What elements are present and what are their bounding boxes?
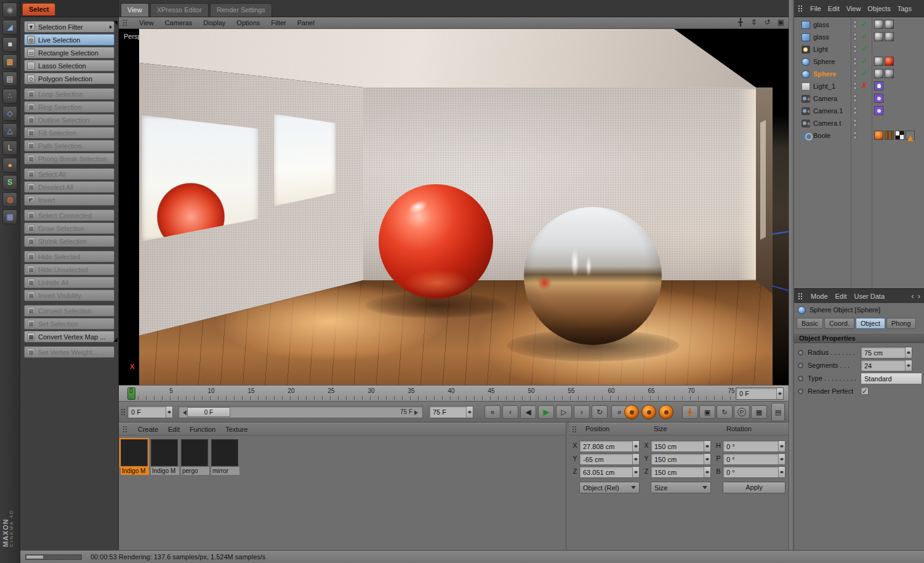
checker-texture-tag[interactable] [895, 131, 904, 140]
enabled-check-icon[interactable] [861, 57, 867, 65]
object-row-light[interactable]: Light [794, 43, 924, 55]
size-y-field[interactable]: 150 cm [651, 453, 711, 465]
grid-icon[interactable]: ▦ [2, 209, 17, 224]
range-end-field[interactable]: 75 F [429, 406, 473, 418]
spinner-arrows-icon[interactable] [905, 360, 912, 371]
material-tag[interactable] [874, 131, 883, 140]
menu-cameras[interactable]: Cameras [165, 19, 193, 26]
slider-left-arrow-icon[interactable] [180, 410, 187, 415]
paint-icon[interactable]: ◍ [2, 192, 17, 207]
make-editable-icon[interactable]: ◢ [2, 20, 17, 34]
frame-slider-thumb[interactable]: 0 F [187, 407, 230, 417]
material-indigo-2[interactable]: Indigo M [151, 439, 179, 475]
tab-object[interactable]: Object [856, 318, 885, 329]
size-z-field[interactable]: 150 cm [651, 466, 711, 478]
menu-panel[interactable]: Panel [297, 19, 315, 26]
select-item-invert-visibility[interactable]: ▦Invert Visibility [24, 290, 114, 301]
radius-field[interactable]: 75 cm [861, 347, 912, 358]
menu-view[interactable]: View [846, 5, 861, 12]
edges-mode-icon[interactable]: ◇ [2, 106, 17, 121]
prev-key-button[interactable]: ‹ [502, 405, 518, 419]
menu-texture[interactable]: Texture [225, 426, 247, 433]
history-forward-icon[interactable]: › [918, 291, 920, 301]
menu-view[interactable]: View [139, 19, 154, 26]
solo-mode-icon[interactable]: ● [2, 158, 17, 172]
autokey-button[interactable] [641, 405, 656, 419]
record-button[interactable] [624, 405, 639, 419]
object-row-camera-t[interactable]: Camera.t [794, 117, 924, 129]
visibility-dots[interactable] [853, 70, 857, 78]
slider-right-arrow-icon[interactable] [414, 410, 420, 415]
loop-button[interactable]: ↻ [592, 405, 608, 419]
keyframe-selection-button[interactable] [659, 405, 673, 419]
select-item-rectangle-selection[interactable]: ▭Rectangle Selection [24, 47, 114, 59]
polygons-mode-icon[interactable]: △ [2, 123, 17, 138]
workplane-mode-icon[interactable]: ▤ [2, 71, 17, 86]
visibility-dots[interactable] [853, 94, 857, 102]
select-item-invert[interactable]: ◩Invert [24, 194, 114, 206]
select-item-polygon-selection[interactable]: ◇Polygon Selection [24, 73, 114, 84]
goto-start-button[interactable]: « [484, 405, 500, 419]
select-item-deselect-all[interactable]: ▦Deselect All [24, 181, 114, 193]
spinner-arrows-icon[interactable] [632, 467, 639, 477]
spinner-arrows-icon[interactable] [905, 347, 912, 358]
menu-edit[interactable]: Edit [168, 426, 180, 433]
select-item-phong-break-selection[interactable]: ▦Phong Break Selection [24, 153, 114, 164]
keyframe-dot-icon[interactable] [798, 376, 803, 381]
play-button[interactable]: ▶ [538, 405, 554, 419]
scroll-up-indicator[interactable] [113, 21, 118, 25]
panel-handle-icon[interactable] [123, 19, 128, 26]
render-perfect-checkbox[interactable] [861, 387, 869, 395]
record-pla-toggle[interactable]: ▦ [751, 405, 767, 419]
object-row-camera[interactable]: Camera [794, 92, 924, 105]
select-item-grow-selection[interactable]: ▦Grow Selection [24, 222, 114, 234]
menu-mode[interactable]: Mode [811, 293, 828, 300]
dolly-view-icon[interactable]: ⇕ [749, 18, 758, 26]
spinner-arrows-icon[interactable] [466, 407, 473, 418]
history-back-icon[interactable]: ‹ [911, 291, 914, 301]
panel-handle-icon[interactable] [572, 426, 577, 433]
object-row-glass-2[interactable]: glass [794, 31, 924, 43]
pan-view-icon[interactable]: ╋ [736, 18, 745, 26]
next-frame-button[interactable]: ▷ [556, 405, 572, 419]
texture-tag[interactable] [885, 32, 894, 41]
visibility-dots[interactable] [853, 33, 857, 41]
select-item-shrink-selection[interactable]: ▦Shrink Selection [24, 235, 114, 247]
object-properties-header[interactable]: Object Properties [794, 333, 924, 343]
camera-tag[interactable] [874, 106, 883, 115]
model-mode-icon[interactable]: ■ [2, 37, 17, 52]
tab-xpresso-editor[interactable]: XPresso Editor [150, 3, 209, 17]
light-tag[interactable] [874, 81, 883, 91]
vertical-splitter[interactable] [789, 0, 794, 550]
texture-mode-icon[interactable]: ▩ [2, 54, 17, 69]
texture-tag[interactable] [885, 57, 894, 66]
object-row-boole[interactable]: Boole [794, 129, 924, 142]
select-item-set-vertex-weight[interactable]: ▦Set Vertex Weight... [24, 346, 114, 358]
toggle-view-icon[interactable]: ▣ [776, 18, 785, 26]
type-dropdown[interactable]: Standard [861, 373, 922, 384]
visibility-dots[interactable] [853, 82, 857, 90]
menu-tags[interactable]: Tags [898, 5, 912, 12]
menu-function[interactable]: Function [190, 426, 215, 433]
timeline-ruler[interactable]: 0 5 10 15 20 25 30 35 40 45 50 55 60 65 … [119, 385, 789, 402]
tab-basic[interactable]: Basic [797, 318, 823, 329]
object-row-camera-1[interactable]: Camera.1 [794, 105, 924, 117]
select-item-loop-selection[interactable]: ▦Loop Selection [24, 88, 114, 100]
select-item-hide-selected[interactable]: ▦Hide Selected [24, 251, 114, 262]
rotate-view-icon[interactable]: ↺ [763, 18, 772, 26]
next-key-button[interactable]: › [574, 405, 590, 419]
spinner-arrows-icon[interactable] [632, 454, 639, 464]
keyframe-dot-icon[interactable] [798, 363, 803, 368]
red-sphere[interactable] [379, 184, 493, 299]
select-item-convert-selection[interactable]: ▦Convert Selection [24, 305, 114, 317]
panel-handle-icon[interactable] [123, 426, 128, 433]
rot-b-field[interactable]: 0 ° [723, 466, 785, 478]
select-item-select-all[interactable]: ▦Select All [24, 168, 114, 180]
spinner-arrows-icon[interactable] [632, 441, 639, 452]
rot-h-field[interactable]: 0 ° [723, 440, 785, 452]
viewport[interactable]: Persp X [119, 29, 789, 385]
select-item-selection-filter[interactable]: ▼Selection Filter [24, 21, 114, 33]
menu-options[interactable]: Options [236, 19, 260, 26]
select-item-set-selection[interactable]: ▦Set Selection [24, 318, 114, 330]
record-rotation-toggle[interactable]: ↻ [717, 405, 733, 419]
